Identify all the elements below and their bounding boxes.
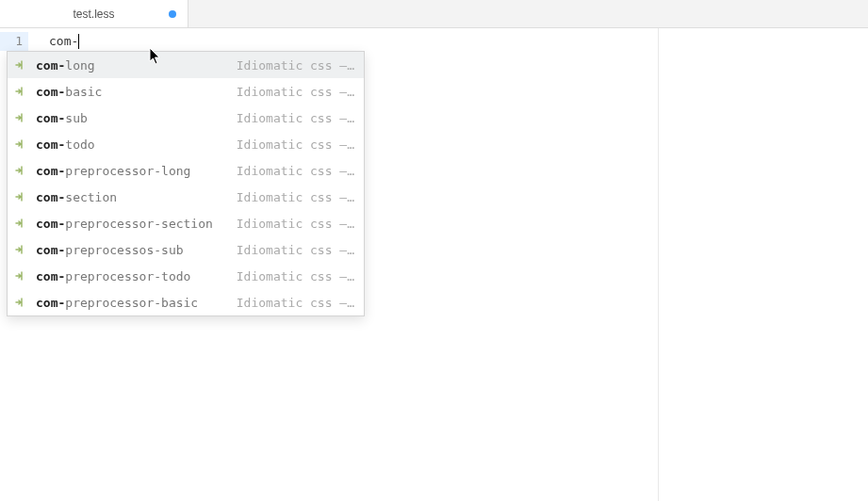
code-line[interactable]: com- [41,32,658,51]
autocomplete-item[interactable]: com-sectionIdiomatic css –… [8,184,364,210]
snippet-icon [13,268,28,283]
typed-text: com- [49,34,78,48]
autocomplete-description: Idiomatic css –… [237,243,354,257]
snippet-icon [13,295,28,310]
snippet-icon [13,110,28,125]
autocomplete-item[interactable]: com-preprocessor-todoIdiomatic css –… [8,263,364,289]
autocomplete-description: Idiomatic css –… [237,190,354,204]
autocomplete-label: com-preprocessor-todo [36,269,229,283]
snippet-icon [13,189,28,204]
autocomplete-item[interactable]: com-preprocessor-longIdiomatic css –… [8,157,364,184]
autocomplete-label: com-preprocessos-sub [36,243,229,257]
autocomplete-label: com-preprocessor-long [36,164,229,178]
autocomplete-label: com-basic [36,85,229,99]
snippet-icon [13,163,28,178]
autocomplete-label: com-section [36,190,229,204]
autocomplete-description: Idiomatic css –… [237,137,354,152]
autocomplete-description: Idiomatic css –… [237,269,354,283]
tab-filename: test.less [73,8,114,21]
autocomplete-item[interactable]: com-subIdiomatic css –… [8,105,364,131]
file-tab[interactable]: test.less [0,0,188,27]
line-number: 1 [0,32,28,51]
autocomplete-label: com-sub [36,111,229,125]
autocomplete-label: com-todo [36,137,229,152]
snippet-icon [13,84,28,99]
autocomplete-item[interactable]: com-longIdiomatic css –… [8,52,364,78]
snippet-icon [13,57,28,73]
editor-right-margin [659,28,868,501]
autocomplete-description: Idiomatic css –… [237,85,354,99]
tab-bar-empty [188,0,868,27]
autocomplete-description: Idiomatic css –… [237,217,354,231]
unsaved-indicator-icon [169,10,176,18]
autocomplete-item[interactable]: com-todoIdiomatic css –… [8,131,364,157]
text-cursor-icon [78,34,79,49]
autocomplete-description: Idiomatic css –… [237,164,354,178]
autocomplete-description: Idiomatic css –… [237,111,354,125]
autocomplete-label: com-preprocessor-basic [36,296,229,310]
autocomplete-description: Idiomatic css –… [237,58,354,73]
autocomplete-description: Idiomatic css –… [237,296,354,310]
autocomplete-item[interactable]: com-preprocessos-subIdiomatic css –… [8,236,364,263]
autocomplete-item[interactable]: com-basicIdiomatic css –… [8,78,364,105]
autocomplete-label: com-preprocessor-section [36,217,229,231]
snippet-icon [13,216,28,231]
autocomplete-label: com-long [36,58,229,73]
snippet-icon [13,137,28,152]
tab-bar: test.less [0,0,868,28]
autocomplete-popup: com-longIdiomatic css –…com-basicIdiomat… [7,51,365,316]
autocomplete-item[interactable]: com-preprocessor-sectionIdiomatic css –… [8,210,364,236]
snippet-icon [13,242,28,257]
autocomplete-item[interactable]: com-preprocessor-basicIdiomatic css –… [8,289,364,315]
